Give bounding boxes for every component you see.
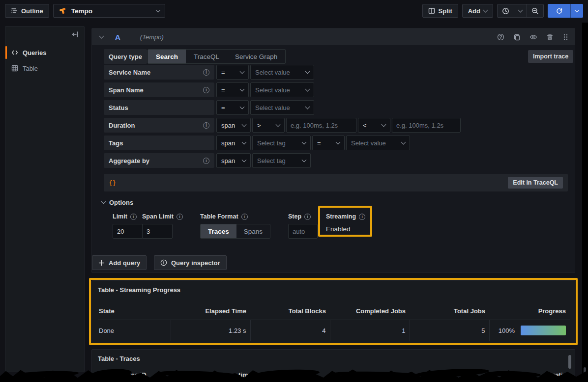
split-button[interactable]: Split [422, 4, 458, 18]
table-format-traces[interactable]: Traces [201, 224, 236, 238]
info-icon[interactable] [203, 158, 209, 164]
traceql-preview-code: {} [109, 179, 117, 187]
drag-handle-icon[interactable] [562, 33, 569, 41]
time-picker-button[interactable] [498, 4, 514, 17]
time-picker-caret[interactable] [514, 4, 527, 17]
window-right-gutter [582, 23, 588, 382]
help-icon[interactable] [497, 33, 504, 41]
chevron-down-icon [302, 157, 307, 162]
column-header-state: State [98, 304, 171, 320]
chevron-down-icon [240, 86, 245, 91]
limit-input[interactable] [113, 224, 143, 239]
info-icon[interactable] [304, 214, 311, 220]
tab-search[interactable]: Search [148, 50, 186, 63]
progress-bar [521, 326, 566, 335]
refresh-interval-caret[interactable] [570, 4, 583, 18]
code-brackets-icon [11, 49, 18, 56]
sidebar-item-table[interactable]: Table [5, 60, 84, 76]
step-input[interactable] [288, 224, 318, 239]
tags-operator-select[interactable]: = [312, 136, 345, 150]
chevron-down-icon [101, 199, 106, 204]
span-name-operator-select[interactable]: = [216, 82, 249, 97]
field-label-span-name: Span Name [104, 82, 214, 97]
tempo-logo [59, 6, 67, 15]
cell-progress: 100% [489, 320, 570, 341]
query-type-label: Query type [104, 49, 147, 64]
collapse-query-chevron-icon[interactable] [99, 33, 104, 38]
info-icon[interactable] [130, 214, 137, 220]
info-icon[interactable] [203, 69, 209, 76]
duration-min-input[interactable] [286, 118, 356, 133]
table-format-label: Table Format [200, 213, 248, 220]
duration-max-operator-select[interactable]: < [358, 118, 390, 133]
edit-in-traceql-button[interactable]: Edit in TraceQL [508, 177, 563, 189]
service-name-value-select[interactable]: Select value [250, 65, 314, 80]
query-ref-id: A [115, 33, 120, 41]
sidebar-item-label: Queries [23, 49, 46, 56]
collapse-sidebar-icon[interactable] [71, 30, 79, 38]
info-icon[interactable] [176, 214, 183, 220]
chevron-down-icon [305, 86, 310, 91]
field-label-status: Status [104, 100, 214, 115]
progress-percent: 100% [499, 327, 515, 334]
add-query-button[interactable]: Add query [92, 255, 147, 270]
tags-scope-select[interactable]: span [216, 136, 251, 150]
chevron-down-icon [242, 139, 247, 144]
service-name-operator-select[interactable]: = [216, 65, 249, 80]
cell-total-jobs: 5 [410, 320, 489, 341]
explore-sidebar: Queries Table [5, 26, 85, 372]
sidebar-item-queries[interactable]: Queries [5, 45, 84, 60]
outline-button-label: Outline [21, 7, 43, 15]
query-editor-header: A (Tempo) [92, 28, 575, 45]
tab-service-graph[interactable]: Service Graph [227, 50, 285, 63]
info-icon[interactable] [241, 214, 248, 220]
field-label-duration: Duration [104, 118, 214, 133]
table-format-spans[interactable]: Spans [236, 224, 270, 238]
outline-button[interactable]: Outline [5, 4, 49, 18]
streaming-progress-table: State Elapsed Time Total Blocks Complete… [98, 304, 570, 341]
cell-total-blocks: 4 [250, 320, 330, 341]
info-icon[interactable] [359, 214, 365, 220]
status-operator-select[interactable]: = [216, 100, 249, 115]
options-section-toggle[interactable]: Options [102, 199, 133, 206]
column-header-elapsed-time: Elapsed Time [171, 304, 250, 320]
trash-icon[interactable] [546, 33, 554, 41]
info-icon[interactable] [203, 87, 209, 93]
aggregate-scope-select[interactable]: span [216, 153, 251, 168]
chevron-down-icon [302, 139, 307, 144]
span-limit-input[interactable] [142, 224, 173, 239]
zoom-out-button[interactable] [527, 4, 543, 17]
query-type-tabs: Search TraceQL Service Graph [147, 49, 286, 64]
tab-traceql[interactable]: TraceQL [186, 50, 227, 63]
split-button-label: Split [439, 7, 452, 15]
options-title: Options [109, 199, 133, 206]
duration-max-input[interactable] [392, 118, 461, 133]
span-name-value-select[interactable]: Select value [250, 82, 314, 97]
chevron-down-icon [155, 7, 160, 12]
info-icon[interactable] [203, 122, 209, 129]
tags-value-select[interactable]: Select value [346, 136, 410, 150]
add-button[interactable]: Add [462, 4, 493, 18]
duration-scope-select[interactable]: span [216, 118, 251, 133]
status-value-select[interactable]: Select value [250, 100, 314, 115]
tags-tag-select[interactable]: Select tag [252, 136, 311, 150]
chevron-down-icon [240, 104, 245, 109]
limit-label: Limit [113, 213, 137, 220]
refresh-button[interactable] [548, 4, 570, 18]
import-trace-button[interactable]: Import trace [528, 50, 573, 63]
info-circle-icon [160, 259, 167, 266]
cell-state: Done [98, 320, 171, 341]
outline-icon [11, 7, 18, 14]
eye-icon[interactable] [529, 33, 537, 41]
column-header-total-blocks: Total Blocks [250, 304, 330, 320]
duration-min-operator-select[interactable]: > [252, 118, 285, 133]
aggregate-tag-select[interactable]: Select tag [252, 153, 311, 168]
chevron-down-icon [242, 157, 247, 162]
grafana-explore-screen: Outline Tempo [0, 0, 588, 382]
table-grid-icon [11, 65, 18, 72]
panel-scrollbar-thumb[interactable] [568, 355, 571, 369]
column-header-total-jobs: Total Jobs [410, 304, 489, 320]
copy-icon[interactable] [513, 33, 521, 41]
query-inspector-button[interactable]: Query inspector [154, 255, 227, 270]
datasource-picker[interactable]: Tempo [53, 4, 165, 18]
